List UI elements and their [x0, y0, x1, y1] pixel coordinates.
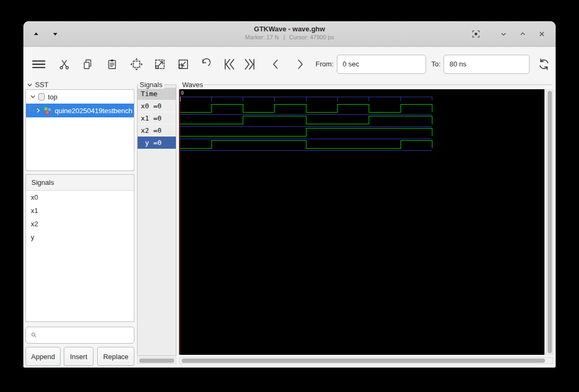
tree-item-label: top	[48, 93, 57, 101]
paste-icon	[106, 58, 118, 70]
insert-button[interactable]: Insert	[64, 347, 93, 366]
fit-window-button[interactable]	[470, 28, 482, 40]
zoom-out-icon	[154, 58, 166, 71]
waves-frame-label: Waves	[181, 81, 205, 89]
waveforms[interactable]: 0	[179, 89, 544, 355]
copy-icon	[82, 58, 93, 70]
waves-vscrollbar[interactable]	[546, 89, 553, 355]
signal-browser-item[interactable]: x2	[26, 217, 134, 231]
wave-x0[interactable]	[180, 104, 432, 112]
signals-frame-label: Signals	[138, 81, 164, 89]
signals-panel: Time x0 =0x1 =0x2 =0 y =0	[137, 84, 176, 356]
menu-icon	[32, 58, 46, 71]
zoom-fit-icon	[130, 57, 143, 71]
step-left-button[interactable]	[269, 57, 283, 71]
step-right-button[interactable]	[293, 57, 307, 71]
waves-hscrollbar[interactable]	[179, 357, 553, 364]
tree-item-testbench[interactable]: quine20250419testbench	[26, 104, 134, 117]
go-to-end-icon	[243, 57, 257, 71]
waves-frame-border	[204, 84, 552, 85]
waves-hscrollbar-thumb[interactable]	[182, 359, 545, 363]
signal-browser-item[interactable]: x1	[26, 204, 134, 217]
toolbar: From: To:	[23, 47, 556, 81]
signals-hscrollbar-thumb[interactable]	[139, 359, 174, 363]
search-icon	[31, 331, 37, 339]
module-icon	[43, 106, 52, 115]
tree-item-label: quine20250419testbench	[55, 107, 132, 115]
sst-expander[interactable]: SST	[27, 81, 48, 89]
zoom-in-button[interactable]	[176, 57, 190, 71]
signal-browser-header: Signals	[26, 175, 134, 191]
from-input[interactable]	[337, 55, 426, 74]
menu-button[interactable]	[32, 57, 46, 71]
sst-tree: top quine20250419testbench	[25, 89, 134, 171]
signal-row[interactable]: x1 =0	[138, 112, 176, 124]
chevron-down-icon	[499, 29, 508, 39]
wave-x1[interactable]	[180, 116, 432, 124]
signals-hscrollbar[interactable]	[137, 357, 176, 364]
close-button[interactable]	[535, 28, 548, 40]
copy-button[interactable]	[81, 57, 95, 71]
signals-frame-border	[163, 84, 176, 85]
close-icon	[537, 29, 547, 39]
expander-down-icon[interactable]	[29, 93, 37, 100]
signal-rows: x0 =0x1 =0x2 =0 y =0	[138, 100, 176, 149]
wave-y[interactable]	[180, 140, 432, 148]
wave-x2[interactable]	[180, 128, 432, 136]
to-input[interactable]	[444, 55, 530, 74]
signal-browser-item[interactable]: y	[26, 231, 134, 244]
expander-chevron-icon	[27, 82, 33, 88]
go-to-start-icon	[222, 57, 236, 71]
timeline-origin-label: 0	[181, 90, 184, 96]
chevron-up-icon	[518, 29, 527, 39]
zoom-in-icon	[177, 58, 190, 71]
database-icon	[38, 93, 45, 101]
go-to-end-button[interactable]	[243, 57, 257, 71]
waves-canvas[interactable]: 0	[179, 89, 544, 355]
time-header[interactable]: Time	[138, 88, 176, 100]
maximize-button[interactable]	[516, 28, 529, 40]
cut-button[interactable]	[57, 57, 71, 71]
undo-button[interactable]	[199, 57, 212, 71]
titlebar[interactable]: GTKWave - wave.ghw Marker: 17 fs|Cursor:…	[23, 21, 556, 47]
signal-browser-list: x0x1x2y	[26, 191, 134, 244]
tree-item-top[interactable]: top	[26, 90, 134, 104]
signal-browser: Signals x0x1x2y	[25, 174, 134, 322]
minimize-button[interactable]	[497, 28, 510, 40]
append-button[interactable]: Append	[25, 347, 61, 366]
marker-status: Marker: 17 fs	[245, 34, 279, 40]
expander-right-icon[interactable]	[35, 107, 42, 114]
sst-label: SST	[35, 81, 48, 89]
cursor-status: Cursor: 47900 ps	[289, 34, 334, 40]
search-input[interactable]	[40, 331, 134, 339]
reload-button[interactable]	[537, 57, 551, 71]
cut-icon	[58, 58, 70, 70]
waves-vscrollbar-thumb[interactable]	[548, 91, 552, 353]
zoom-out-button[interactable]	[153, 57, 167, 71]
signal-row[interactable]: x2 =0	[138, 124, 176, 137]
to-label: To:	[431, 60, 440, 68]
signal-row[interactable]: y =0	[138, 137, 176, 149]
fit-window-icon	[471, 29, 481, 39]
undo-icon	[199, 58, 212, 71]
reload-icon	[537, 57, 551, 71]
replace-button[interactable]: Replace	[97, 347, 134, 366]
paste-button[interactable]	[105, 57, 119, 71]
marker-line[interactable]	[180, 89, 181, 355]
go-to-start-button[interactable]	[222, 57, 236, 71]
gtkwave-window: GTKWave - wave.ghw Marker: 17 fs|Cursor:…	[23, 21, 556, 368]
tree-branch-line	[29, 106, 34, 111]
step-right-icon	[294, 58, 306, 71]
signal-row[interactable]: x0 =0	[138, 100, 176, 112]
step-left-icon	[269, 58, 282, 71]
search-box[interactable]	[25, 327, 134, 344]
signal-browser-item[interactable]: x0	[26, 191, 134, 204]
from-label: From:	[316, 60, 334, 68]
status-separator: |	[283, 34, 285, 40]
zoom-fit-button[interactable]	[130, 57, 143, 71]
